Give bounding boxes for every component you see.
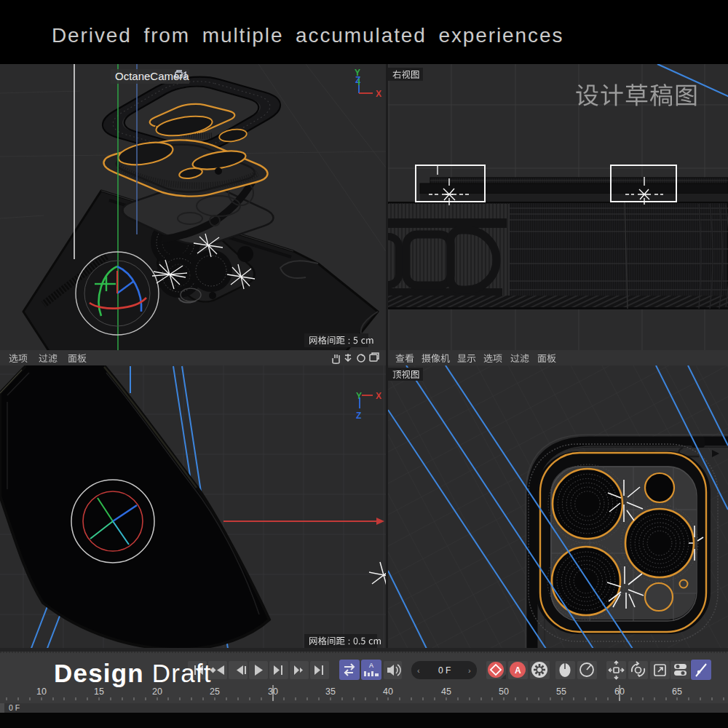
svg-text:›: › — [468, 666, 471, 675]
svg-text:50: 50 — [499, 687, 509, 697]
svg-text:55: 55 — [556, 687, 566, 697]
svg-text:Y: Y — [356, 391, 362, 401]
svg-text:‹: ‹ — [417, 666, 420, 675]
svg-text:0 F: 0 F — [9, 703, 20, 712]
svg-text:10: 10 — [36, 687, 47, 697]
svg-text:15: 15 — [94, 687, 104, 697]
svg-text:40: 40 — [383, 687, 393, 697]
svg-text:35: 35 — [325, 687, 336, 697]
svg-text:Z: Z — [356, 411, 361, 421]
svg-text:A: A — [369, 662, 373, 669]
svg-text:20: 20 — [152, 687, 162, 697]
svg-text:X: X — [376, 391, 381, 401]
svg-text:25: 25 — [210, 687, 220, 697]
svg-text:45: 45 — [441, 687, 451, 697]
svg-text:Z: Z — [355, 75, 360, 85]
svg-text:A: A — [515, 665, 521, 676]
svg-text:X: X — [376, 89, 381, 99]
svg-text:0 F: 0 F — [438, 665, 451, 676]
svg-text:Design Draft: Design Draft — [54, 659, 212, 687]
svg-text:65: 65 — [672, 687, 682, 697]
